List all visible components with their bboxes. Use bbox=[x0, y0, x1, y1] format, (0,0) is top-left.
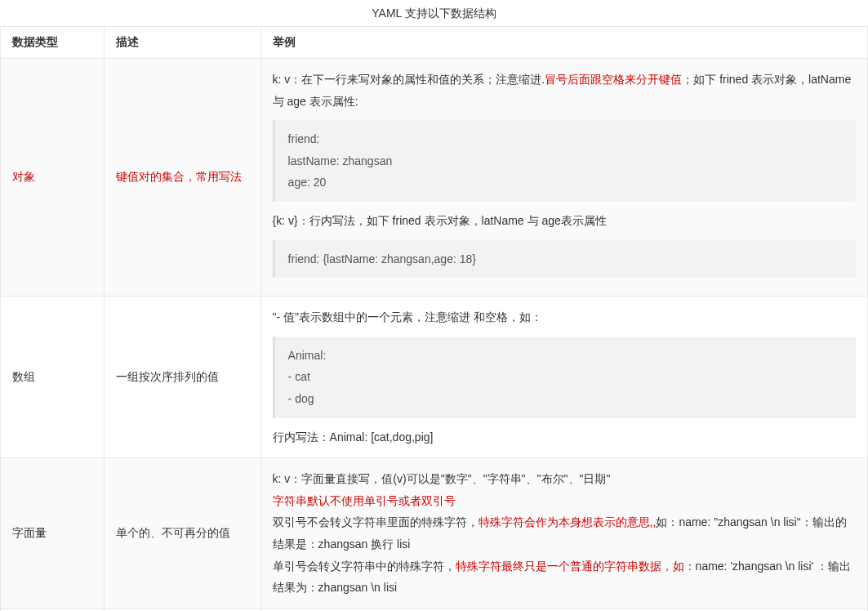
yaml-structure-table: 数据类型 描述 举例 对象 键值对的集合，常用写法 k: v：在下一行来写对象的… bbox=[0, 26, 868, 611]
code-line: - cat bbox=[288, 366, 843, 388]
text: "- 值"表示数组中的一个元素，注意缩进 和空格，如： bbox=[273, 306, 856, 328]
cell-desc-array: 一组按次序排列的值 bbox=[105, 297, 260, 458]
cell-example-object: k: v：在下一行来写对象的属性和值的关系；注意缩进.冒号后面跟空格来分开键值；… bbox=[260, 59, 867, 297]
text: {k: v}：行内写法，如下 frined 表示对象，latName 与 age… bbox=[273, 210, 856, 232]
table-row: 字面量 单个的、不可再分的值 k: v：字面量直接写，值(v)可以是"数字"、"… bbox=[1, 458, 868, 609]
table-row: 数组 一组按次序排列的值 "- 值"表示数组中的一个元素，注意缩进 和空格，如：… bbox=[1, 297, 868, 458]
text: k: v：在下一行来写对象的属性和值的关系；注意缩进. bbox=[273, 73, 545, 86]
code-block: Animal: - cat - dog bbox=[273, 337, 856, 418]
code-line: age: 20 bbox=[288, 172, 843, 194]
cell-type-literal: 字面量 bbox=[1, 458, 105, 609]
text-highlight: 特殊字符会作为本身想表示的意思,, bbox=[479, 515, 657, 528]
header-example: 举例 bbox=[260, 27, 867, 59]
text: 行内写法：Animal: [cat,dog,pig] bbox=[273, 426, 856, 448]
code-line: friend: bbox=[288, 128, 843, 150]
text: 单引号会转义字符串中的特殊字符， bbox=[273, 560, 456, 573]
text: k: v：字面量直接写，值(v)可以是"数字"、"字符串"、"布尔"、"日期" bbox=[273, 468, 856, 490]
text-highlight: 特殊字符最终只是一个普通的字符串数据，如 bbox=[456, 560, 684, 573]
code-block: friend: lastName: zhangsan age: 20 bbox=[273, 120, 856, 202]
cell-desc-object: 键值对的集合，常用写法 bbox=[105, 59, 260, 297]
cell-type-array: 数组 bbox=[1, 297, 105, 458]
cell-type-object: 对象 bbox=[1, 59, 105, 297]
code-line: lastName: zhangsan bbox=[288, 150, 843, 172]
text-highlight: 冒号后面跟空格来分开键值 bbox=[545, 73, 682, 86]
cell-example-literal: k: v：字面量直接写，值(v)可以是"数字"、"字符串"、"布尔"、"日期" … bbox=[260, 458, 867, 609]
code-line: friend: {lastName: zhangsan,age: 18} bbox=[288, 248, 843, 270]
header-type: 数据类型 bbox=[1, 27, 105, 59]
page-title: YAML 支持以下数据结构 bbox=[0, 0, 868, 26]
cell-example-array: "- 值"表示数组中的一个元素，注意缩进 和空格，如： Animal: - ca… bbox=[260, 297, 867, 458]
code-block: friend: {lastName: zhangsan,age: 18} bbox=[273, 240, 856, 279]
text: 双引号不会转义字符串里面的特殊字符， bbox=[273, 515, 479, 528]
header-desc: 描述 bbox=[105, 27, 260, 59]
code-line: - dog bbox=[288, 388, 843, 410]
table-row: 对象 键值对的集合，常用写法 k: v：在下一行来写对象的属性和值的关系；注意缩… bbox=[1, 59, 868, 297]
text-highlight: 字符串默认不使用单引号或者双引号 bbox=[273, 490, 856, 512]
code-line: Animal: bbox=[288, 345, 843, 367]
cell-desc-literal: 单个的、不可再分的值 bbox=[105, 458, 260, 609]
